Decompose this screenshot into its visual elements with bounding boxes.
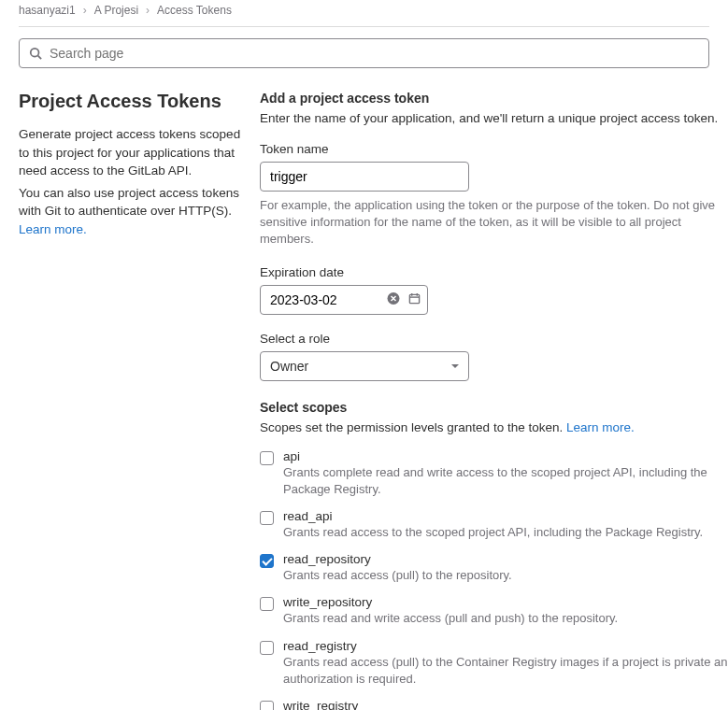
main-content: Add a project access token Enter the nam…: [260, 91, 728, 710]
scope-item-write_registry: write_registryGrants write access (push)…: [260, 699, 728, 710]
scope-name: write_repository: [283, 595, 728, 609]
breadcrumb: hasanyazi1 › A Projesi › Access Tokens: [19, 0, 709, 26]
scope-name: read_api: [283, 509, 728, 523]
scope-item-read_repository: read_repositoryGrants read access (pull)…: [260, 552, 728, 584]
role-select[interactable]: Owner: [260, 351, 469, 381]
scope-checkbox-read_repository[interactable]: [260, 554, 274, 568]
search-icon: [29, 47, 42, 60]
expiration-date-label: Expiration date: [260, 265, 728, 279]
scope-name: read_repository: [283, 552, 728, 566]
scope-name: api: [283, 449, 728, 463]
scope-description: Grants read access (pull) to the reposit…: [283, 567, 728, 584]
scope-description: Grants read access (pull) to the Contain…: [283, 654, 728, 688]
svg-point-0: [31, 49, 39, 57]
scope-checkbox-read_registry[interactable]: [260, 641, 274, 655]
learn-more-link[interactable]: Learn more.: [19, 222, 87, 236]
svg-rect-3: [409, 294, 419, 303]
sidebar-description: Project Access Tokens Generate project a…: [19, 91, 243, 710]
scope-item-write_repository: write_repositoryGrants read and write ac…: [260, 595, 728, 627]
form-subheading: Enter the name of your application, and …: [260, 111, 728, 125]
svg-line-1: [38, 56, 42, 60]
search-container[interactable]: [19, 38, 709, 68]
calendar-icon[interactable]: [408, 292, 421, 307]
scopes-label: Select scopes: [260, 400, 728, 415]
breadcrumb-current[interactable]: Access Tokens: [157, 4, 232, 17]
scope-checkbox-write_registry[interactable]: [260, 701, 274, 710]
search-input[interactable]: [50, 46, 699, 61]
scope-description: Grants read access to the scoped project…: [283, 524, 728, 541]
scope-checkbox-write_repository[interactable]: [260, 597, 274, 611]
role-label: Select a role: [260, 332, 728, 346]
chevron-right-icon: ›: [146, 4, 150, 17]
scope-description: Grants complete read and write access to…: [283, 464, 728, 498]
role-value: Owner: [270, 359, 308, 374]
scope-item-read_registry: read_registryGrants read access (pull) t…: [260, 639, 728, 688]
breadcrumb-user[interactable]: hasanyazi1: [19, 4, 76, 17]
scope-name: read_registry: [283, 639, 728, 653]
clear-icon[interactable]: [387, 291, 400, 307]
page-title: Project Access Tokens: [19, 91, 243, 112]
scope-item-read_api: read_apiGrants read access to the scoped…: [260, 509, 728, 541]
token-name-label: Token name: [260, 142, 728, 156]
scope-name: write_registry: [283, 699, 728, 710]
token-name-help: For example, the application using the t…: [260, 197, 728, 248]
scope-checkbox-read_api[interactable]: [260, 511, 274, 525]
breadcrumb-project[interactable]: A Projesi: [94, 4, 138, 17]
sidebar-text-2: You can also use project access tokens w…: [19, 184, 243, 239]
sidebar-text-1: Generate project access tokens scoped to…: [19, 125, 243, 180]
expiration-date-input[interactable]: [260, 285, 428, 315]
scope-description: Grants read and write access (pull and p…: [283, 610, 728, 627]
scopes-learn-more-link[interactable]: Learn more.: [566, 420, 635, 434]
scopes-help: Scopes set the permission levels granted…: [260, 420, 728, 434]
token-name-input[interactable]: [260, 162, 469, 192]
scope-checkbox-api[interactable]: [260, 451, 274, 465]
chevron-right-icon: ›: [83, 4, 87, 17]
scope-item-api: apiGrants complete read and write access…: [260, 449, 728, 498]
form-heading: Add a project access token: [260, 91, 728, 106]
